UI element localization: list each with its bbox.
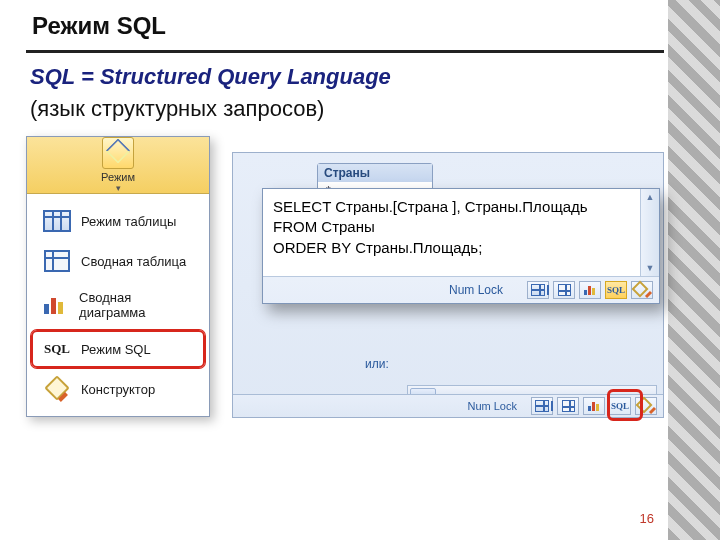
- view-datasheet-mini-icon[interactable]: [531, 397, 553, 415]
- menu-item-label: Режим таблицы: [81, 214, 176, 229]
- table-header: Страны: [318, 164, 432, 182]
- pivot-table-icon: [43, 250, 71, 272]
- decorative-corner: [668, 0, 720, 540]
- menu-item-design[interactable]: Конструктор: [31, 370, 205, 408]
- page-number: 16: [640, 511, 654, 526]
- menu-item-pivot-chart[interactable]: Сводная диаграмма: [31, 282, 205, 328]
- menu-item-label: Сводная диаграмма: [79, 290, 193, 320]
- sql-definition-ru: (язык структурных запросов): [30, 96, 324, 122]
- view-sql-mini-icon[interactable]: SQL: [605, 281, 627, 299]
- view-datasheet-mini-icon[interactable]: [527, 281, 549, 299]
- sql-editor-popup: SELECT Страны.[Страна ], Страны.Площадь …: [262, 188, 660, 304]
- view-mode-button[interactable]: Режим ▾: [27, 137, 209, 194]
- popup-status-bar: Num Lock SQL: [263, 277, 659, 303]
- numlock-indicator: Num Lock: [467, 400, 517, 412]
- view-chart-mini-icon[interactable]: [579, 281, 601, 299]
- menu-item-sql-view[interactable]: SQL Режим SQL: [31, 330, 205, 368]
- sql-definition-en: SQL = Structured Query Language: [30, 64, 391, 90]
- slide-title: Режим SQL: [32, 12, 166, 40]
- vertical-scrollbar[interactable]: ▲ ▼: [640, 189, 659, 276]
- status-bar: Num Lock SQL: [233, 394, 663, 417]
- sql-query-text[interactable]: SELECT Страны.[Страна ], Страны.Площадь …: [263, 189, 640, 276]
- view-design-mini-icon[interactable]: [631, 281, 653, 299]
- view-mode-menu: Режим ▾ Режим таблицы Сводная таблица Св…: [26, 136, 210, 417]
- view-pivot-mini-icon[interactable]: [553, 281, 575, 299]
- chevron-down-icon: ▾: [92, 183, 144, 193]
- menu-item-label: Конструктор: [81, 382, 155, 397]
- menu-item-pivot-table[interactable]: Сводная таблица: [31, 242, 205, 280]
- title-rule: [26, 50, 664, 53]
- view-chart-mini-icon[interactable]: [583, 397, 605, 415]
- menu-item-label: Режим SQL: [81, 342, 151, 357]
- menu-item-label: Сводная таблица: [81, 254, 186, 269]
- scroll-down-icon[interactable]: ▼: [644, 262, 656, 274]
- pivot-chart-icon: [43, 294, 69, 316]
- view-mode-label: Режим: [92, 171, 144, 183]
- numlock-indicator: Num Lock: [449, 283, 503, 297]
- view-mode-icon: [102, 137, 134, 169]
- datasheet-icon: [43, 210, 71, 232]
- menu-item-datasheet[interactable]: Режим таблицы: [31, 202, 205, 240]
- scroll-up-icon[interactable]: ▲: [644, 191, 656, 203]
- highlight-ring: [607, 389, 643, 421]
- design-icon: [43, 378, 71, 400]
- criteria-or-label: или:: [365, 357, 389, 371]
- view-pivot-mini-icon[interactable]: [557, 397, 579, 415]
- sql-mode-icon: SQL: [43, 338, 71, 360]
